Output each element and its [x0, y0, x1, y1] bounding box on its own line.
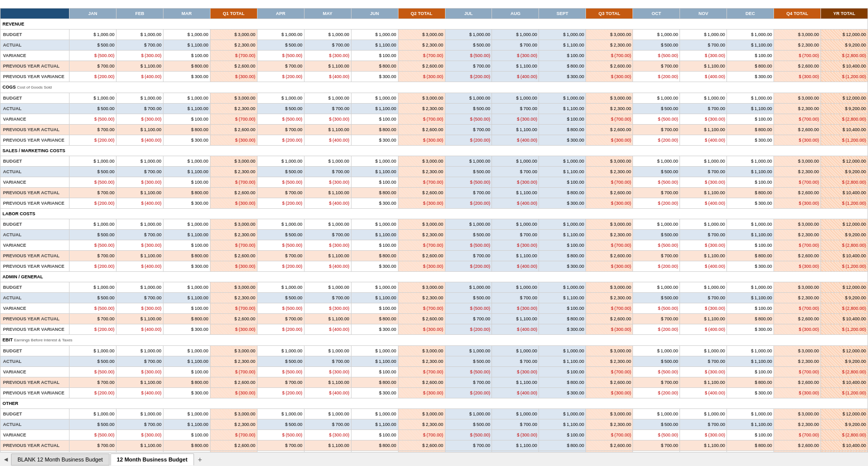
table-row: BUDGET $1,000.00 $1,000.00 $1,000.00 $3,… [0, 156, 868, 167]
header-jul: JUL [445, 9, 492, 19]
header-mar: MAR [163, 9, 210, 19]
tab-add-button[interactable]: + [195, 454, 205, 464]
header-q2: Q2 TOTAL [398, 9, 445, 19]
row-label-variance: VARIANCE [0, 367, 70, 377]
row-label-prev-actual: PREVIOUS YEAR ACTUAL [0, 440, 70, 451]
table-row: ACTUAL $500.00 $700.00 $1,100.00 $2,300.… [0, 167, 868, 177]
row-label-prev-variance: PREVIOUS YEAR VARIANCE [0, 135, 70, 146]
page-title [0, 0, 868, 8]
row-label-actual: ACTUAL [0, 104, 70, 114]
header-q1: Q1 TOTAL [210, 9, 257, 19]
row-label-actual: ACTUAL [0, 293, 70, 303]
header-aug: AUG [492, 9, 539, 19]
row-label-actual: ACTUAL [0, 419, 70, 430]
row-label-variance: VARIANCE [0, 303, 70, 314]
row-label-variance: VARIANCE [0, 51, 70, 61]
table-row: PREVIOUS YEAR VARIANCE $(200.00) $(400.0… [0, 261, 868, 272]
table-row: VARIANCE $(500.00) $(300.00) $100.00 $(7… [0, 177, 868, 188]
header-jan: JAN [70, 9, 116, 19]
table-row: ACTUAL $500.00 $700.00 $1,100.00 $2,300.… [0, 419, 868, 430]
table-row: BUDGET $1,000.00 $1,000.00 $1,000.00 $3,… [0, 282, 868, 293]
table-row: PREVIOUS YEAR VARIANCE $(200.00) $(400.0… [0, 135, 868, 146]
header-sept: SEPT [539, 9, 586, 19]
table-row: PREVIOUS YEAR ACTUAL $700.00 $1,100.00 $… [0, 314, 868, 324]
section-header: OTHER [0, 398, 868, 409]
row-label-variance: VARIANCE [0, 177, 70, 188]
row-label-budget: BUDGET [0, 346, 70, 356]
row-label-actual: ACTUAL [0, 230, 70, 240]
tab-bar: ◀ BLANK 12 Month Business Budget 12 Mont… [0, 452, 868, 466]
budget-table: JAN FEB MAR Q1 TOTAL APR MAY JUN Q2 TOTA… [0, 8, 868, 452]
row-label-prev-actual: PREVIOUS YEAR ACTUAL [0, 251, 70, 261]
table-row: ACTUAL $500.00 $700.00 $1,100.00 $2,300.… [0, 230, 868, 240]
row-label-prev-actual: PREVIOUS YEAR ACTUAL [0, 314, 70, 324]
section-header: COGS Cost of Goods Sold [0, 82, 868, 93]
table-row: BUDGET $1,000.00 $1,000.00 $1,000.00 $3,… [0, 30, 868, 40]
header-may: MAY [304, 9, 351, 19]
row-label-prev-variance: PREVIOUS YEAR VARIANCE [0, 261, 70, 272]
row-label-budget: BUDGET [0, 156, 70, 167]
table-row: VARIANCE $(500.00) $(300.00) $100.00 $(7… [0, 114, 868, 125]
header-dec: DEC [727, 9, 774, 19]
spreadsheet-container: JAN FEB MAR Q1 TOTAL APR MAY JUN Q2 TOTA… [0, 0, 868, 466]
header-oct: OCT [633, 9, 680, 19]
header-q3: Q3 TOTAL [586, 9, 633, 19]
row-label-prev-actual: PREVIOUS YEAR ACTUAL [0, 61, 70, 72]
table-row: PREVIOUS YEAR VARIANCE $(200.00) $(400.0… [0, 388, 868, 398]
header-apr: APR [257, 9, 304, 19]
row-label-actual: ACTUAL [0, 40, 70, 51]
table-row: PREVIOUS YEAR ACTUAL $700.00 $1,100.00 $… [0, 377, 868, 388]
row-label-budget: BUDGET [0, 282, 70, 293]
section-header: ADMIN / GENERAL [0, 272, 868, 282]
row-label-variance: VARIANCE [0, 114, 70, 125]
row-label-prev-variance: PREVIOUS YEAR VARIANCE [0, 198, 70, 209]
row-label-actual: ACTUAL [0, 356, 70, 367]
table-row: BUDGET $1,000.00 $1,000.00 $1,000.00 $3,… [0, 346, 868, 356]
table-row: BUDGET $1,000.00 $1,000.00 $1,000.00 $3,… [0, 219, 868, 230]
table-row: PREVIOUS YEAR ACTUAL $700.00 $1,100.00 $… [0, 251, 868, 261]
table-row: PREVIOUS YEAR VARIANCE $(200.00) $(400.0… [0, 324, 868, 335]
row-label-actual: ACTUAL [0, 167, 70, 177]
row-label-prev-actual: PREVIOUS YEAR ACTUAL [0, 377, 70, 388]
table-row: VARIANCE $(500.00) $(300.00) $100.00 $(7… [0, 303, 868, 314]
table-row: ACTUAL $500.00 $700.00 $1,100.00 $2,300.… [0, 40, 868, 51]
section-header: LABOR COSTS [0, 209, 868, 219]
tab-prev-arrow[interactable]: ◀ [2, 455, 10, 463]
table-row: PREVIOUS YEAR ACTUAL $700.00 $1,100.00 $… [0, 188, 868, 198]
row-label-budget: BUDGET [0, 93, 70, 104]
section-header: EBIT Earnings Before Interest & Taxes [0, 335, 868, 346]
table-row: PREVIOUS YEAR ACTUAL $700.00 $1,100.00 $… [0, 440, 868, 451]
table-row: ACTUAL $500.00 $700.00 $1,100.00 $2,300.… [0, 104, 868, 114]
header-category [0, 9, 70, 19]
table-row: PREVIOUS YEAR VARIANCE $(200.00) $(400.0… [0, 198, 868, 209]
row-label-prev-variance: PREVIOUS YEAR VARIANCE [0, 388, 70, 398]
header-nov: NOV [680, 9, 727, 19]
row-label-prev-variance: PREVIOUS YEAR VARIANCE [0, 72, 70, 82]
table-row: PREVIOUS YEAR ACTUAL $700.00 $1,100.00 $… [0, 61, 868, 72]
row-label-prev-actual: PREVIOUS YEAR ACTUAL [0, 125, 70, 135]
row-label-budget: BUDGET [0, 409, 70, 419]
header-q4: Q4 TOTAL [774, 9, 821, 19]
table-row: PREVIOUS YEAR VARIANCE $(200.00) $(400.0… [0, 72, 868, 82]
table-row: VARIANCE $(500.00) $(300.00) $100.00 $(7… [0, 430, 868, 440]
header-feb: FEB [116, 9, 163, 19]
table-row: VARIANCE $(500.00) $(300.00) $100.00 $(7… [0, 51, 868, 61]
row-label-prev-variance: PREVIOUS YEAR VARIANCE [0, 324, 70, 335]
row-label-variance: VARIANCE [0, 240, 70, 251]
row-label-prev-actual: PREVIOUS YEAR ACTUAL [0, 188, 70, 198]
table-row: BUDGET $1,000.00 $1,000.00 $1,000.00 $3,… [0, 409, 868, 419]
row-label-variance: VARIANCE [0, 430, 70, 440]
row-label-budget: BUDGET [0, 30, 70, 40]
table-row: BUDGET $1,000.00 $1,000.00 $1,000.00 $3,… [0, 93, 868, 104]
row-label-budget: BUDGET [0, 219, 70, 230]
table-wrapper[interactable]: JAN FEB MAR Q1 TOTAL APR MAY JUN Q2 TOTA… [0, 8, 868, 452]
table-row: VARIANCE $(500.00) $(300.00) $100.00 $(7… [0, 367, 868, 377]
header-yr: YR TOTAL [821, 9, 868, 19]
table-row: ACTUAL $500.00 $700.00 $1,100.00 $2,300.… [0, 293, 868, 303]
tab-12month-budget[interactable]: 12 Month Business Budget [110, 453, 194, 465]
tab-blank-budget[interactable]: BLANK 12 Month Business Budget [11, 453, 110, 465]
header-jun: JUN [351, 9, 398, 19]
section-header: REVENUE [0, 19, 868, 30]
table-row: ACTUAL $500.00 $700.00 $1,100.00 $2,300.… [0, 356, 868, 367]
table-row: PREVIOUS YEAR ACTUAL $700.00 $1,100.00 $… [0, 125, 868, 135]
